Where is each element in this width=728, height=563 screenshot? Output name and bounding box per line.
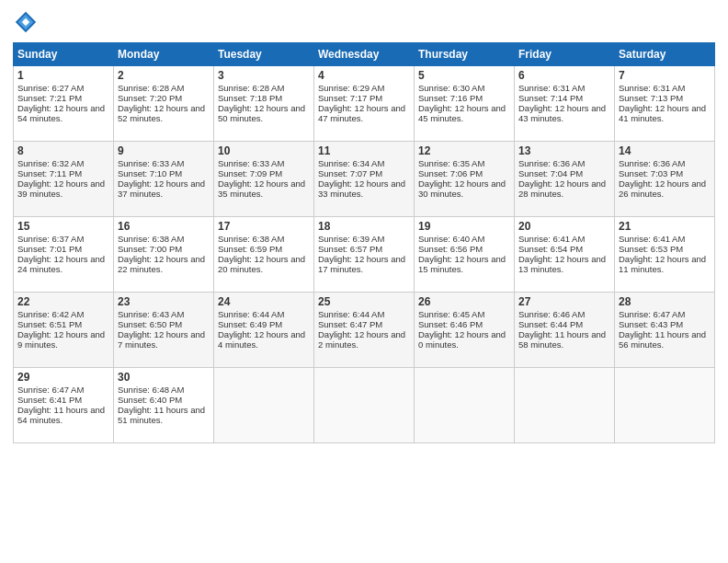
calendar-cell: 13 Sunrise: 6:36 AM Sunset: 7:04 PM Dayl… [515, 142, 615, 217]
day-number: 10 [218, 144, 310, 157]
day-number: 26 [418, 295, 510, 308]
daylight-label: Daylight: 12 hours and 13 minutes. [518, 254, 606, 274]
sunset-label: Sunset: 6:44 PM [518, 319, 583, 329]
daylight-label: Daylight: 12 hours and 28 minutes. [518, 178, 606, 199]
sunrise-label: Sunrise: 6:31 AM [619, 83, 685, 93]
sunset-label: Sunset: 7:20 PM [118, 93, 182, 103]
sunrise-label: Sunrise: 6:41 AM [619, 234, 685, 244]
sunset-label: Sunset: 7:01 PM [17, 244, 82, 254]
daylight-label: Daylight: 11 hours and 58 minutes. [518, 329, 606, 350]
daylight-label: Daylight: 12 hours and 11 minutes. [619, 254, 706, 274]
daylight-label: Daylight: 12 hours and 35 minutes. [218, 178, 305, 199]
calendar-cell: 26 Sunrise: 6:45 AM Sunset: 6:46 PM Dayl… [415, 293, 515, 368]
daylight-label: Daylight: 12 hours and 7 minutes. [118, 329, 205, 350]
calendar-cell: 27 Sunrise: 6:46 AM Sunset: 6:44 PM Dayl… [515, 293, 615, 368]
header-cell-sunday: Sunday [14, 43, 114, 66]
sunrise-label: Sunrise: 6:33 AM [118, 158, 184, 168]
day-number: 17 [218, 220, 310, 233]
daylight-label: Daylight: 12 hours and 4 minutes. [218, 329, 305, 350]
day-number: 1 [17, 69, 109, 82]
sunrise-label: Sunrise: 6:28 AM [218, 83, 284, 93]
sunset-label: Sunset: 7:18 PM [218, 93, 282, 103]
sunrise-label: Sunrise: 6:38 AM [118, 234, 184, 244]
sunset-label: Sunset: 6:50 PM [118, 319, 182, 329]
day-number: 15 [17, 220, 109, 233]
calendar-cell: 16 Sunrise: 6:38 AM Sunset: 7:00 PM Dayl… [114, 217, 214, 293]
calendar-week-1: 1 Sunrise: 6:27 AM Sunset: 7:21 PM Dayli… [14, 66, 715, 142]
calendar-cell: 15 Sunrise: 6:37 AM Sunset: 7:01 PM Dayl… [14, 217, 114, 293]
daylight-label: Daylight: 12 hours and 50 minutes. [218, 103, 305, 123]
daylight-label: Daylight: 12 hours and 2 minutes. [318, 329, 405, 350]
page-container: SundayMondayTuesdayWednesdayThursdayFrid… [0, 0, 728, 451]
calendar-cell: 2 Sunrise: 6:28 AM Sunset: 7:20 PM Dayli… [114, 66, 214, 142]
calendar-cell: 3 Sunrise: 6:28 AM Sunset: 7:18 PM Dayli… [214, 66, 314, 142]
sunrise-label: Sunrise: 6:45 AM [418, 309, 484, 319]
daylight-label: Daylight: 12 hours and 52 minutes. [118, 103, 205, 123]
sunrise-label: Sunrise: 6:44 AM [218, 309, 284, 319]
day-number: 30 [118, 371, 210, 384]
day-number: 25 [318, 295, 410, 308]
daylight-label: Daylight: 12 hours and 15 minutes. [418, 254, 506, 274]
calendar-cell: 7 Sunrise: 6:31 AM Sunset: 7:13 PM Dayli… [615, 66, 715, 142]
calendar-cell: 12 Sunrise: 6:35 AM Sunset: 7:06 PM Dayl… [415, 142, 515, 217]
daylight-label: Daylight: 12 hours and 17 minutes. [318, 254, 405, 274]
sunrise-label: Sunrise: 6:34 AM [318, 158, 384, 168]
header [13, 9, 715, 35]
day-number: 13 [518, 144, 610, 157]
sunset-label: Sunset: 7:11 PM [17, 168, 82, 178]
sunset-label: Sunset: 6:57 PM [318, 244, 382, 254]
calendar-cell [515, 368, 615, 443]
sunrise-label: Sunrise: 6:47 AM [17, 385, 84, 395]
day-number: 29 [17, 371, 109, 384]
sunset-label: Sunset: 6:56 PM [418, 244, 483, 254]
daylight-label: Daylight: 12 hours and 24 minutes. [17, 254, 105, 274]
day-number: 2 [118, 69, 210, 82]
calendar-cell: 11 Sunrise: 6:34 AM Sunset: 7:07 PM Dayl… [314, 142, 415, 217]
header-cell-tuesday: Tuesday [214, 43, 314, 66]
sunrise-label: Sunrise: 6:38 AM [218, 234, 284, 244]
sunset-label: Sunset: 6:41 PM [17, 395, 82, 405]
sunrise-label: Sunrise: 6:43 AM [118, 309, 184, 319]
day-number: 21 [619, 220, 711, 233]
sunrise-label: Sunrise: 6:46 AM [518, 309, 585, 319]
sunrise-label: Sunrise: 6:47 AM [619, 309, 685, 319]
sunrise-label: Sunrise: 6:41 AM [518, 234, 585, 244]
calendar-cell: 29 Sunrise: 6:47 AM Sunset: 6:41 PM Dayl… [14, 368, 114, 443]
calendar-cell: 20 Sunrise: 6:41 AM Sunset: 6:54 PM Dayl… [515, 217, 615, 293]
sunrise-label: Sunrise: 6:32 AM [17, 158, 84, 168]
calendar-cell: 23 Sunrise: 6:43 AM Sunset: 6:50 PM Dayl… [114, 293, 214, 368]
sunset-label: Sunset: 6:49 PM [218, 319, 282, 329]
day-number: 12 [418, 144, 510, 157]
daylight-label: Daylight: 12 hours and 26 minutes. [619, 178, 706, 199]
logo-icon [13, 9, 39, 35]
calendar-week-3: 15 Sunrise: 6:37 AM Sunset: 7:01 PM Dayl… [14, 217, 715, 293]
daylight-label: Daylight: 12 hours and 33 minutes. [318, 178, 405, 199]
day-number: 19 [418, 220, 510, 233]
daylight-label: Daylight: 12 hours and 41 minutes. [619, 103, 706, 123]
calendar-cell: 10 Sunrise: 6:33 AM Sunset: 7:09 PM Dayl… [214, 142, 314, 217]
sunrise-label: Sunrise: 6:36 AM [619, 158, 685, 168]
daylight-label: Daylight: 12 hours and 45 minutes. [418, 103, 506, 123]
sunrise-label: Sunrise: 6:48 AM [118, 385, 184, 395]
calendar-cell: 17 Sunrise: 6:38 AM Sunset: 6:59 PM Dayl… [214, 217, 314, 293]
sunset-label: Sunset: 7:04 PM [518, 168, 583, 178]
calendar-cell: 22 Sunrise: 6:42 AM Sunset: 6:51 PM Dayl… [14, 293, 114, 368]
day-number: 16 [118, 220, 210, 233]
sunrise-label: Sunrise: 6:36 AM [518, 158, 585, 168]
sunset-label: Sunset: 7:21 PM [17, 93, 82, 103]
calendar-cell [214, 368, 314, 443]
day-number: 6 [518, 69, 610, 82]
day-number: 28 [619, 295, 711, 308]
calendar-cell: 25 Sunrise: 6:44 AM Sunset: 6:47 PM Dayl… [314, 293, 415, 368]
day-number: 22 [17, 295, 109, 308]
sunset-label: Sunset: 7:17 PM [318, 93, 382, 103]
sunset-label: Sunset: 7:10 PM [118, 168, 182, 178]
sunset-label: Sunset: 7:06 PM [418, 168, 483, 178]
day-number: 18 [318, 220, 410, 233]
day-number: 8 [17, 144, 109, 157]
calendar-cell: 19 Sunrise: 6:40 AM Sunset: 6:56 PM Dayl… [415, 217, 515, 293]
daylight-label: Daylight: 12 hours and 20 minutes. [218, 254, 305, 274]
daylight-label: Daylight: 12 hours and 0 minutes. [418, 329, 506, 350]
sunrise-label: Sunrise: 6:29 AM [318, 83, 384, 93]
daylight-label: Daylight: 12 hours and 54 minutes. [17, 103, 105, 123]
